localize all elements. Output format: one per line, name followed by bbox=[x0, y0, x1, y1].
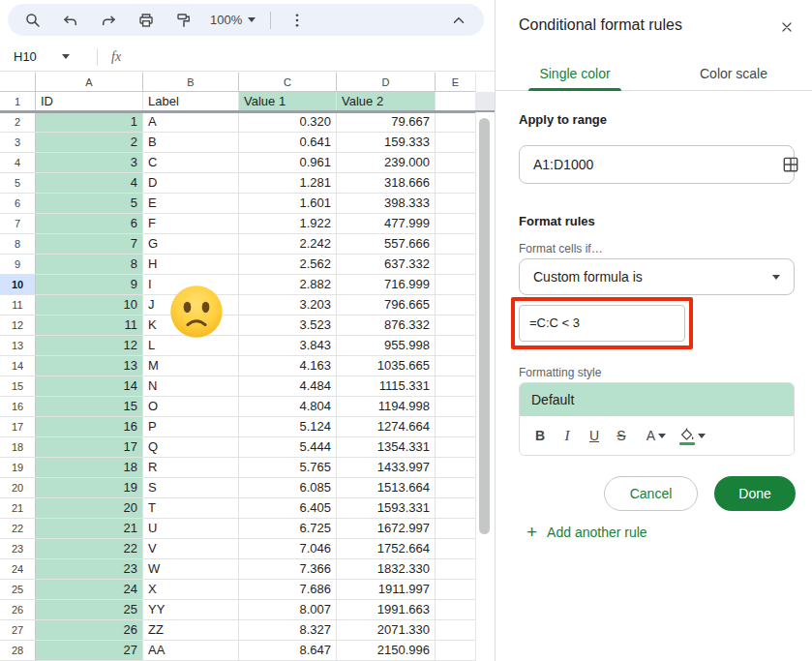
cell[interactable]: 6.725 bbox=[239, 519, 337, 539]
row-header[interactable]: 10 bbox=[0, 275, 36, 295]
zoom-control[interactable]: 100% bbox=[210, 13, 256, 27]
cell[interactable] bbox=[436, 458, 475, 478]
cell[interactable]: 12 bbox=[36, 336, 143, 356]
cell[interactable]: 1672.997 bbox=[337, 519, 436, 539]
cell[interactable]: 21 bbox=[36, 519, 143, 539]
cell[interactable]: 24 bbox=[36, 580, 143, 600]
cell[interactable]: 2 bbox=[36, 133, 143, 153]
formula-input[interactable]: =C:C < 3 bbox=[519, 305, 685, 342]
range-input[interactable]: A1:D1000 bbox=[519, 145, 795, 184]
cell[interactable]: 4.804 bbox=[239, 397, 337, 417]
row-header[interactable]: 12 bbox=[0, 315, 36, 336]
cell[interactable]: 3 bbox=[36, 153, 143, 173]
row-header[interactable]: 3 bbox=[0, 133, 36, 153]
bold-button[interactable]: B bbox=[527, 423, 553, 448]
cell[interactable] bbox=[436, 478, 475, 498]
frozen-row-divider[interactable] bbox=[0, 110, 475, 113]
cell[interactable]: 2.242 bbox=[239, 234, 337, 255]
cell[interactable]: 6 bbox=[36, 214, 143, 234]
cell[interactable] bbox=[436, 620, 475, 641]
row-header[interactable]: 25 bbox=[0, 580, 36, 600]
name-box[interactable]: H10 bbox=[0, 43, 97, 71]
cell[interactable]: Value 2 bbox=[337, 92, 436, 112]
cell[interactable] bbox=[436, 255, 475, 275]
row-header[interactable]: 22 bbox=[0, 519, 36, 539]
cell[interactable]: 1354.331 bbox=[337, 437, 436, 458]
close-icon[interactable] bbox=[775, 15, 798, 39]
cell[interactable]: 3.203 bbox=[239, 295, 337, 315]
cancel-button[interactable]: Cancel bbox=[604, 476, 698, 511]
cell[interactable]: 3.843 bbox=[239, 336, 337, 356]
cell[interactable] bbox=[436, 417, 475, 437]
cell[interactable]: 79.667 bbox=[337, 112, 436, 133]
strikethrough-button[interactable]: S bbox=[609, 423, 634, 448]
cell[interactable]: 557.666 bbox=[337, 234, 436, 255]
cell[interactable]: A bbox=[143, 112, 239, 133]
cell[interactable]: 14 bbox=[36, 376, 143, 397]
cell[interactable]: 20 bbox=[36, 498, 143, 519]
cell[interactable]: 25 bbox=[36, 600, 143, 620]
print-icon[interactable] bbox=[135, 9, 158, 32]
cell[interactable]: 1832.330 bbox=[337, 559, 436, 580]
undo-icon[interactable] bbox=[59, 9, 82, 32]
cell[interactable]: Q bbox=[143, 437, 239, 458]
cell[interactable]: 7.046 bbox=[239, 539, 337, 559]
cell[interactable]: 7.366 bbox=[239, 559, 337, 580]
paint-format-icon[interactable] bbox=[172, 9, 195, 32]
cell[interactable]: 2.562 bbox=[239, 255, 337, 275]
row-header[interactable]: 20 bbox=[0, 478, 36, 498]
cell[interactable]: 159.333 bbox=[337, 133, 436, 153]
cell[interactable]: G bbox=[143, 234, 239, 255]
cell[interactable]: N bbox=[143, 376, 239, 397]
cell[interactable]: 1513.664 bbox=[337, 478, 436, 498]
cell[interactable]: 18 bbox=[36, 458, 143, 478]
cell[interactable] bbox=[436, 173, 475, 194]
text-color-button[interactable]: A bbox=[644, 423, 669, 448]
cell[interactable] bbox=[436, 92, 475, 112]
row-header[interactable]: 4 bbox=[0, 153, 36, 173]
cell[interactable]: 318.666 bbox=[337, 173, 436, 194]
row-header[interactable]: 15 bbox=[0, 376, 36, 397]
cell[interactable]: 2071.330 bbox=[337, 620, 436, 641]
cell[interactable] bbox=[436, 498, 475, 519]
cell[interactable] bbox=[436, 234, 475, 255]
row-header[interactable]: 14 bbox=[0, 356, 36, 376]
cell[interactable] bbox=[436, 194, 475, 214]
cell[interactable]: C bbox=[143, 153, 239, 173]
cell[interactable]: YY bbox=[143, 600, 239, 620]
column-header[interactable]: D bbox=[337, 73, 436, 92]
cell[interactable]: T bbox=[143, 498, 239, 519]
cell[interactable]: P bbox=[143, 417, 239, 437]
cell[interactable] bbox=[436, 356, 475, 376]
cell[interactable]: ZZ bbox=[143, 620, 239, 641]
cell[interactable]: X bbox=[143, 580, 239, 600]
fill-color-button[interactable] bbox=[678, 423, 706, 448]
cell[interactable]: U bbox=[143, 519, 239, 539]
cell[interactable]: 716.999 bbox=[337, 275, 436, 295]
cell[interactable] bbox=[436, 580, 475, 600]
cell[interactable]: 7 bbox=[36, 234, 143, 255]
row-header[interactable]: 24 bbox=[0, 559, 36, 580]
cell[interactable]: 6.085 bbox=[239, 478, 337, 498]
cell[interactable]: 26 bbox=[36, 620, 143, 641]
cell[interactable]: 23 bbox=[36, 559, 143, 580]
cell[interactable]: M bbox=[143, 356, 239, 376]
cell[interactable]: 1035.665 bbox=[337, 356, 436, 376]
row-header[interactable]: 23 bbox=[0, 539, 36, 559]
cell[interactable]: Label bbox=[143, 92, 239, 112]
row-header[interactable]: 8 bbox=[0, 234, 36, 255]
cell[interactable]: 11 bbox=[36, 315, 143, 336]
cell[interactable]: 1194.998 bbox=[337, 397, 436, 417]
cell[interactable]: 22 bbox=[36, 539, 143, 559]
cell[interactable] bbox=[436, 275, 475, 295]
cell[interactable]: 1.281 bbox=[239, 173, 337, 194]
cell[interactable] bbox=[436, 376, 475, 397]
cell[interactable]: 239.000 bbox=[337, 153, 436, 173]
cell[interactable] bbox=[436, 437, 475, 458]
cell[interactable] bbox=[436, 539, 475, 559]
row-header[interactable]: 19 bbox=[0, 458, 36, 478]
cell[interactable]: 3.523 bbox=[239, 315, 337, 336]
cell[interactable]: 13 bbox=[36, 356, 143, 376]
column-header[interactable]: B bbox=[143, 73, 239, 92]
row-header[interactable]: 28 bbox=[0, 641, 36, 661]
